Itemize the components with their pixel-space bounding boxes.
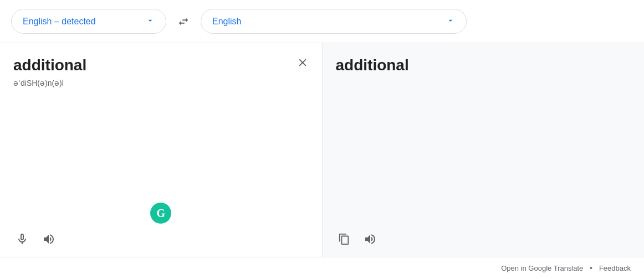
target-word: additional [336,56,631,74]
target-actions [336,230,379,248]
microphone-button[interactable] [13,230,31,248]
copy-button[interactable] [336,231,352,247]
translation-area: additional əˈdiSH(ə)n(ə)l G [0,43,644,257]
app-container: English – detected English additional əˈ… [0,0,644,279]
source-language-selector[interactable]: English – detected [11,9,166,34]
grammarly-badge[interactable]: G [150,203,171,224]
source-language-chevron-icon [146,16,155,27]
target-language-chevron-icon [446,16,455,27]
footer: Open in Google Translate • Feedback [0,257,644,279]
source-actions [13,221,58,248]
open-in-google-translate-link[interactable]: Open in Google Translate [501,264,583,272]
target-panel: additional [323,43,645,257]
target-language-selector[interactable]: English [201,9,467,34]
target-audio-button[interactable] [361,230,379,248]
grammarly-logo: G [156,207,165,220]
footer-dot: • [590,264,592,272]
source-audio-button[interactable] [40,230,58,248]
source-language-label: English – detected [23,17,96,27]
top-bar: English – detected English [0,0,644,43]
target-language-label: English [212,17,241,27]
feedback-link[interactable]: Feedback [599,264,631,272]
source-panel: additional əˈdiSH(ə)n(ə)l G [0,43,322,257]
source-word: additional [13,56,309,74]
clear-button[interactable] [294,54,311,73]
phonetic-text: əˈdiSH(ə)n(ə)l [13,79,309,87]
swap-languages-button[interactable] [173,11,194,32]
